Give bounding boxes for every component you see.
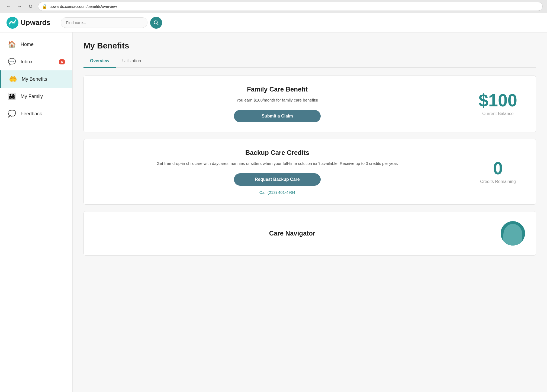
address-bar[interactable]: 🔒 upwards.com/account/benefits/overview	[38, 2, 543, 11]
browser-nav: ← → ↻	[4, 2, 35, 11]
logo-area: Upwards	[7, 17, 55, 29]
request-backup-care-button[interactable]: Request Backup Care	[234, 173, 321, 186]
sidebar-item-benefits-label: My Benefits	[22, 76, 47, 82]
family-care-title: Family Care Benefit	[95, 86, 460, 93]
family-care-right: $100 Current Balance	[471, 92, 525, 116]
sidebar-item-feedback-label: Feedback	[21, 111, 42, 117]
browser-chrome: ← → ↻ 🔒 upwards.com/account/benefits/ove…	[0, 0, 547, 13]
care-navigator-avatar	[501, 221, 525, 246]
content-area: My Benefits Overview Utilization Family …	[73, 32, 547, 392]
logo-icon	[7, 17, 18, 29]
inbox-badge: 6	[59, 59, 65, 64]
sidebar-item-inbox-label: Inbox	[21, 59, 33, 65]
search-area	[61, 17, 540, 29]
backup-care-title: Backup Care Credits	[95, 149, 460, 156]
family-icon: 👨‍👩‍👧	[8, 93, 16, 100]
submit-claim-button[interactable]: Submit a Claim	[234, 110, 321, 122]
family-care-card: Family Care Benefit You earn $100/month …	[83, 76, 536, 132]
backup-care-left: Backup Care Credits Get free drop-in chi…	[95, 149, 460, 195]
family-care-amount: $100	[471, 92, 525, 109]
lock-icon: 🔒	[42, 4, 47, 9]
sidebar: 🏠 Home 💬 Inbox 6 🤲 My Benefits 👨‍👩‍👧 My …	[0, 32, 73, 392]
backup-care-credits-label: Credits Remaining	[471, 179, 525, 184]
backup-care-desc: Get free drop-in childcare with daycares…	[95, 160, 460, 167]
care-navigator-card: Care Navigator	[83, 211, 536, 256]
home-icon: 🏠	[8, 41, 16, 48]
search-icon	[153, 20, 159, 25]
backup-care-card: Backup Care Credits Get free drop-in chi…	[83, 139, 536, 205]
backup-care-right: 0 Credits Remaining	[471, 160, 525, 184]
app-header: Upwards	[0, 13, 547, 32]
back-button[interactable]: ←	[4, 2, 13, 11]
sidebar-item-home-label: Home	[21, 42, 34, 47]
tab-overview[interactable]: Overview	[83, 56, 116, 68]
sidebar-item-my-benefits[interactable]: 🤲 My Benefits	[0, 70, 72, 88]
family-care-amount-label: Current Balance	[471, 111, 525, 116]
svg-line-2	[157, 24, 158, 25]
benefits-icon: 🤲	[9, 75, 17, 83]
search-input[interactable]	[61, 17, 147, 28]
tabs: Overview Utilization	[83, 56, 536, 68]
forward-button[interactable]: →	[15, 2, 24, 11]
care-navigator-left: Care Navigator	[95, 230, 490, 237]
family-care-left: Family Care Benefit You earn $100/month …	[95, 86, 460, 122]
url-text: upwards.com/account/benefits/overview	[50, 4, 117, 9]
sidebar-item-feedback[interactable]: 💭 Feedback	[0, 105, 72, 122]
reload-button[interactable]: ↻	[26, 2, 35, 11]
sidebar-item-home[interactable]: 🏠 Home	[0, 36, 72, 53]
search-button[interactable]	[150, 17, 162, 29]
tab-utilization[interactable]: Utilization	[116, 56, 147, 68]
sidebar-item-inbox[interactable]: 💬 Inbox 6	[0, 53, 72, 70]
call-link[interactable]: Call (213) 401-4964	[95, 190, 460, 195]
page-title: My Benefits	[83, 41, 536, 50]
sidebar-item-family-label: My Family	[21, 94, 43, 99]
main-layout: 🏠 Home 💬 Inbox 6 🤲 My Benefits 👨‍👩‍👧 My …	[0, 32, 547, 392]
sidebar-item-my-family[interactable]: 👨‍👩‍👧 My Family	[0, 88, 72, 105]
backup-care-credits: 0	[471, 160, 525, 177]
avatar-silhouette	[503, 224, 522, 246]
app-wrapper: Upwards 🏠 Home 💬 Inbox 6	[0, 13, 547, 392]
family-care-desc: You earn $100/month for family care bene…	[95, 97, 460, 103]
inbox-icon: 💬	[8, 58, 16, 66]
care-navigator-title: Care Navigator	[95, 230, 490, 237]
logo-text: Upwards	[21, 18, 50, 27]
feedback-icon: 💭	[8, 110, 16, 117]
